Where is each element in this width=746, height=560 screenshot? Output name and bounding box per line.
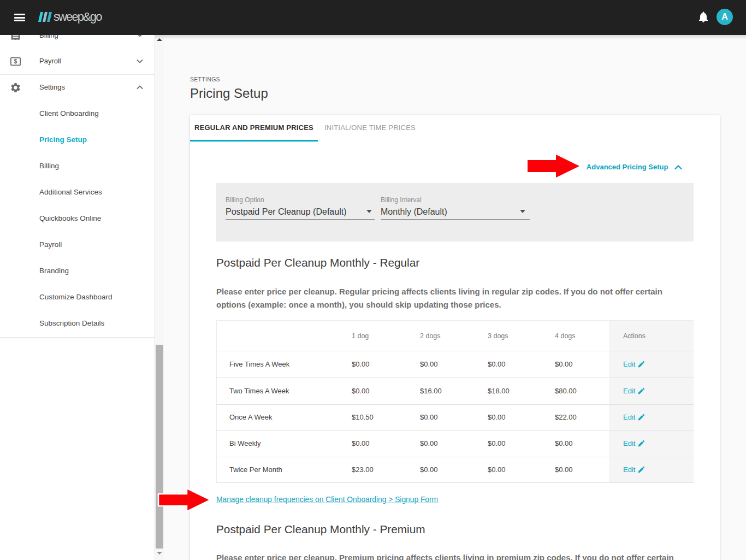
svg-text:$: $ [14,58,17,64]
